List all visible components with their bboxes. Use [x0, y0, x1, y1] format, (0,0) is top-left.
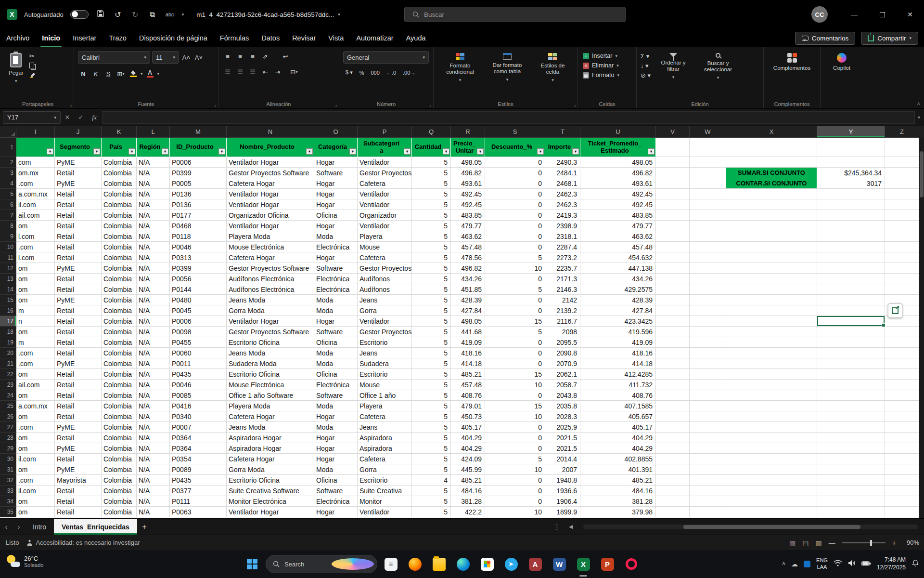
- cell-Z31[interactable]: [885, 464, 919, 475]
- cell-K13[interactable]: Colombia: [102, 274, 137, 284]
- zoom-slider[interactable]: [842, 542, 886, 543]
- close-button[interactable]: ✕: [896, 0, 924, 29]
- taskbar-app-word[interactable]: [549, 550, 570, 578]
- cell-N23[interactable]: Mouse Electrónica: [227, 380, 314, 390]
- increase-decimal-icon[interactable]: ←.0: [384, 69, 398, 77]
- cell-U16[interactable]: 427.84: [580, 305, 656, 316]
- cell-O19[interactable]: Oficina: [314, 337, 358, 348]
- cell-X14[interactable]: [726, 284, 817, 295]
- cell-K17[interactable]: Colombia: [102, 316, 137, 327]
- cell-N2[interactable]: Ventilador Hogar: [227, 157, 314, 168]
- cell-X21[interactable]: [726, 358, 817, 369]
- cell-P16[interactable]: Gorra: [358, 305, 412, 316]
- cell-R12[interactable]: 496.82: [451, 263, 485, 274]
- cell-J21[interactable]: PyME: [55, 358, 102, 369]
- cell-T2[interactable]: 2490.3: [545, 157, 580, 168]
- row-header-11[interactable]: 11: [0, 252, 16, 263]
- tab-insertar[interactable]: Insertar: [66, 29, 103, 47]
- cell-S15[interactable]: 0: [485, 295, 545, 305]
- cell-U17[interactable]: 423.3425: [580, 316, 656, 327]
- cell-I11[interactable]: l.com: [16, 252, 55, 263]
- cell-P11[interactable]: Cafetera: [358, 252, 412, 263]
- column-header-Q[interactable]: Q: [412, 126, 451, 138]
- cell-R16[interactable]: 427.84: [451, 305, 485, 316]
- cell-O11[interactable]: Hogar: [314, 252, 358, 263]
- cell-Y4[interactable]: 3017: [817, 178, 885, 189]
- cell-L35[interactable]: N/A: [137, 507, 170, 517]
- align-middle-icon[interactable]: ≡: [235, 51, 245, 62]
- cell-W12[interactable]: [690, 263, 726, 274]
- row-header-31[interactable]: 31: [0, 464, 16, 475]
- autosave-toggle[interactable]: [70, 10, 89, 19]
- cell-J6[interactable]: Retail: [55, 199, 102, 210]
- cell-U18[interactable]: 419.596: [580, 327, 656, 337]
- enter-icon[interactable]: ✓: [74, 114, 88, 121]
- cell-K4[interactable]: Colombia: [102, 178, 137, 189]
- cell-I3[interactable]: om.mx: [16, 168, 55, 178]
- cell-X15[interactable]: [726, 295, 817, 305]
- row-header-1[interactable]: 1: [0, 138, 16, 157]
- cell-Q34[interactable]: 5: [412, 496, 451, 507]
- cell-Z34[interactable]: [885, 496, 919, 507]
- cell-N29[interactable]: Aspiradora Hogar: [227, 443, 314, 454]
- copy-document-icon[interactable]: ⧉: [147, 10, 158, 19]
- vertical-scrollbar-thumb[interactable]: [920, 151, 924, 197]
- cell-X30[interactable]: [726, 454, 817, 464]
- cell-V2[interactable]: [656, 157, 690, 168]
- cell-Q31[interactable]: 5: [412, 464, 451, 475]
- cell-V25[interactable]: [656, 401, 690, 411]
- cell-W4[interactable]: [690, 178, 726, 189]
- cell-O18[interactable]: Software: [314, 327, 358, 337]
- cell-X34[interactable]: [726, 496, 817, 507]
- cell-I6[interactable]: il.com: [16, 199, 55, 210]
- cell-Y5[interactable]: [817, 189, 885, 199]
- cell-S22[interactable]: 15: [485, 369, 545, 380]
- cell-J28[interactable]: Retail: [55, 433, 102, 443]
- cell-N9[interactable]: Playera Moda: [227, 231, 314, 242]
- column-header-J[interactable]: J: [55, 126, 102, 138]
- cell-Z26[interactable]: [885, 411, 919, 422]
- cell-N33[interactable]: Suite Creativa Software: [227, 486, 314, 496]
- cell-R28[interactable]: 404.29: [451, 433, 485, 443]
- tab-formulas[interactable]: Fórmulas: [214, 29, 255, 47]
- cell-T21[interactable]: 2070.9: [545, 358, 580, 369]
- cell-O7[interactable]: Oficina: [314, 210, 358, 221]
- cell-I5[interactable]: a.com.mx: [16, 189, 55, 199]
- cell-U10[interactable]: 457.48: [580, 242, 656, 252]
- header-cell-J[interactable]: Segmento▾: [55, 138, 102, 157]
- cell-J16[interactable]: Retail: [55, 305, 102, 316]
- wifi-icon[interactable]: [834, 560, 842, 568]
- cell-I23[interactable]: ail.com: [16, 380, 55, 390]
- align-bottom-icon[interactable]: ≡: [247, 51, 258, 62]
- normal-view-icon[interactable]: ▦: [789, 539, 796, 547]
- cell-K5[interactable]: Colombia: [102, 189, 137, 199]
- cell-W35[interactable]: [690, 507, 726, 517]
- cell-S28[interactable]: 0: [485, 433, 545, 443]
- spelling-icon[interactable]: abc: [165, 12, 175, 17]
- clear-icon[interactable]: ⊘ ▾: [641, 72, 651, 79]
- cell-N16[interactable]: Gorra Moda: [227, 305, 314, 316]
- cell-Q5[interactable]: 5: [412, 189, 451, 199]
- filter-button[interactable]: ▾: [128, 148, 135, 155]
- cell-V28[interactable]: [656, 433, 690, 443]
- header-cell-L[interactable]: Región▾: [137, 138, 170, 157]
- cell-O30[interactable]: Hogar: [314, 454, 358, 464]
- row-header-10[interactable]: 10: [0, 242, 16, 252]
- tab-datos[interactable]: Datos: [255, 29, 286, 47]
- row-header-7[interactable]: 7: [0, 210, 16, 221]
- tray-expand-icon[interactable]: ˄: [782, 561, 785, 567]
- cell-U3[interactable]: 496.82: [580, 168, 656, 178]
- cell-T22[interactable]: 2062.1: [545, 369, 580, 380]
- taskbar-app-firefox[interactable]: [404, 550, 425, 578]
- cell-M24[interactable]: P0085: [170, 390, 227, 401]
- cell-V5[interactable]: [656, 189, 690, 199]
- cell-K9[interactable]: Colombia: [102, 231, 137, 242]
- number-format-select[interactable]: General▾: [343, 51, 429, 64]
- cell-S4[interactable]: 0: [485, 178, 545, 189]
- cell-Q8[interactable]: 5: [412, 221, 451, 231]
- cell-X22[interactable]: [726, 369, 817, 380]
- cell-K12[interactable]: Colombia: [102, 263, 137, 274]
- cell-K33[interactable]: Colombia: [102, 486, 137, 496]
- format-cells-button[interactable]: ▦ Formato ▾: [582, 70, 632, 80]
- styles-dialog-launcher[interactable]: ⌟: [574, 102, 576, 107]
